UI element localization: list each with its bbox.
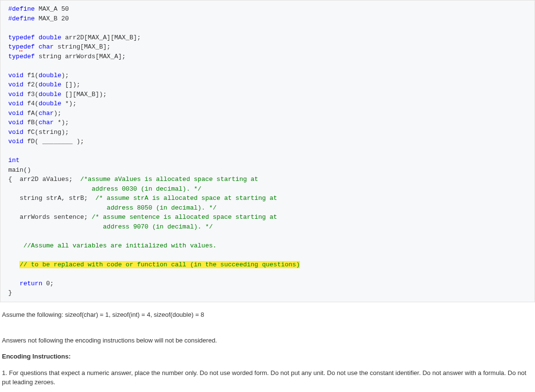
code-comment: address 0030 (in decimal). */: [8, 185, 201, 193]
code-text: arrWords sentence;: [8, 213, 92, 221]
code-comment: /* assume sentence is allocated space st…: [92, 213, 277, 221]
code-text: void: [8, 91, 23, 98]
code-text: double: [38, 100, 61, 107]
code-text: typedef: [8, 43, 35, 50]
code-text: void: [8, 138, 23, 145]
code-comment: address 9070 (in decimal). */: [8, 223, 213, 230]
code-comment: address 8050 (in decimal). */: [8, 204, 217, 212]
code-text: [8, 280, 19, 287]
code-text: *);: [61, 100, 76, 107]
code-text: void: [8, 110, 23, 117]
warning-text: Answers not following the encoding instr…: [2, 336, 533, 345]
code-text: f4(: [23, 100, 38, 107]
code-text: typedef: [8, 53, 35, 60]
instructions-section: Assume the following: sizeof(char) = 1, …: [0, 310, 535, 392]
code-text: [][MAX_B]);: [61, 91, 107, 98]
code-text: int: [8, 157, 19, 164]
code-text: fC(string);: [23, 129, 69, 136]
code-text: double: [38, 81, 61, 88]
code-text: );: [54, 110, 62, 117]
code-text: typedef: [8, 34, 35, 41]
code-text: MAX_B 20: [35, 15, 69, 22]
code-text: string[MAX_B];: [54, 43, 111, 50]
code-text: double: [38, 34, 61, 41]
code-text: void: [8, 72, 23, 79]
code-text: void: [8, 100, 23, 107]
code-text: arr2D[MAX_A][MAX_B];: [61, 34, 141, 41]
code-text: *);: [54, 119, 69, 126]
code-text: main(): [8, 166, 31, 174]
code-text: double: [38, 91, 61, 98]
highlighted-comment: // to be replaced with code or function …: [19, 261, 300, 268]
code-text: f3(: [23, 91, 38, 98]
code-text: );: [61, 72, 69, 79]
code-text: []);: [61, 81, 80, 88]
code-text: char: [38, 43, 53, 50]
code-text: char: [38, 119, 53, 126]
code-text: double: [38, 72, 61, 79]
code-text: string arrWords[MAX_A];: [35, 53, 126, 60]
code-text: fA(: [23, 110, 38, 117]
code-text: f2(: [23, 81, 38, 88]
code-text: MAX_A 50: [35, 5, 69, 13]
instructions-heading: Encoding Instructions:: [2, 352, 533, 361]
code-comment: /*assume aValues is allocated space star…: [80, 176, 258, 183]
code-text: }: [8, 289, 12, 296]
code-text: { arr2D aValues;: [8, 176, 80, 183]
code-text: char: [38, 110, 53, 117]
code-text: f1(: [23, 72, 38, 79]
code-text: #define: [8, 5, 35, 13]
code-text: [8, 261, 19, 268]
code-text: void: [8, 81, 23, 88]
code-text: void: [8, 129, 23, 136]
code-text: fD( ________ );: [23, 138, 84, 145]
code-text: return: [19, 280, 42, 287]
instruction-item: 1. For questions that expect a numeric a…: [2, 368, 533, 387]
code-text: fB(: [23, 119, 38, 126]
code-block: #define MAX_A 50 #define MAX_B 20 typede…: [0, 0, 535, 302]
code-text: #define: [8, 15, 35, 22]
code-text: 0;: [42, 280, 53, 287]
code-comment: //Assume all variables are initialized w…: [8, 242, 217, 249]
error-marker: e: [19, 43, 23, 50]
assume-text: Assume the following: sizeof(char) = 1, …: [2, 310, 533, 320]
code-text: string strA, strB;: [8, 195, 95, 202]
code-text: void: [8, 119, 23, 126]
code-comment: /* assume strA is allocated space at sta…: [95, 195, 277, 202]
